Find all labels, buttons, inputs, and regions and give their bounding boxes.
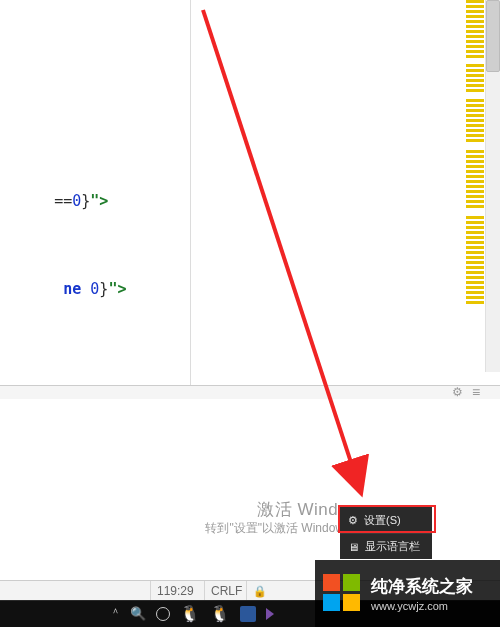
tray-overflow-chevron-icon[interactable]: ＾ — [110, 605, 121, 620]
ime-menu-langbar[interactable]: 🖥 显示语言栏 — [340, 533, 432, 559]
status-line-ending[interactable]: CRLF — [204, 581, 248, 601]
taskbar-qq2-icon[interactable]: 🐧 — [210, 604, 230, 623]
taskbar-word-icon[interactable] — [240, 606, 256, 622]
taskbar-qq-icon[interactable]: 🐧 — [180, 604, 200, 623]
ime-langbar-label: 显示语言栏 — [365, 539, 420, 554]
status-caret-position[interactable]: 119:29 — [150, 581, 200, 601]
code-editor[interactable]: ==0}"> ne 0}"> — [0, 0, 500, 385]
taskbar-user-icon[interactable] — [156, 607, 170, 621]
windows-logo-icon — [323, 574, 363, 614]
site-url: www.ycwjz.com — [371, 600, 473, 612]
lock-icon: 🔒 — [253, 581, 267, 601]
code-fragment-2: ne 0}"> — [0, 256, 126, 322]
panel-header — [0, 385, 500, 400]
activate-windows-subtitle: 转到"设置"以激活 Windows — [205, 520, 350, 537]
panel-gear-icon[interactable]: ⚙ — [452, 386, 466, 398]
code-fragment-1: ==0}"> — [0, 168, 108, 234]
annotation-highlight-box — [338, 505, 436, 533]
editor-splitter[interactable] — [190, 0, 191, 385]
vertical-scrollbar-thumb[interactable] — [486, 0, 500, 72]
status-lock-icon[interactable]: 🔒 — [246, 581, 273, 601]
panel-menu-icon[interactable]: ≡ — [472, 386, 490, 398]
taskbar-search-icon[interactable]: 🔍 — [130, 606, 146, 621]
taskbar-vs-icon[interactable] — [266, 608, 274, 620]
monitor-icon: 🖥 — [348, 541, 359, 553]
site-watermark: 纯净系统之家 www.ycwjz.com — [315, 560, 500, 627]
site-title: 纯净系统之家 — [371, 575, 473, 598]
minimap[interactable] — [466, 0, 484, 372]
